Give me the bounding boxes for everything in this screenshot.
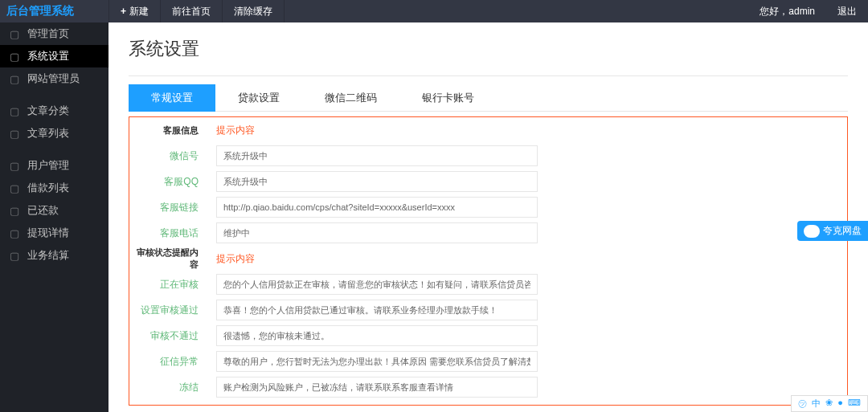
kefu-fields-input-0[interactable]: [216, 145, 538, 166]
sidebar-item-5[interactable]: ▢用户管理: [0, 154, 108, 177]
sidebar-item-label: 借款列表: [27, 181, 69, 195]
app-logo[interactable]: 后台管理系统: [0, 4, 108, 18]
sidebar-item-0[interactable]: ▢管理首页: [0, 22, 108, 45]
clear-cache-button[interactable]: 清除缓存: [223, 0, 285, 22]
tab-1[interactable]: 贷款设置: [215, 84, 302, 112]
divider: [129, 75, 848, 76]
field-label: 审核不通过: [129, 329, 210, 343]
plus-icon: +: [121, 6, 126, 17]
sidebar-item-4[interactable]: ▢文章列表: [0, 122, 108, 145]
field-label: 征信异常: [129, 355, 210, 369]
sidebar-item-7[interactable]: ▢已还款: [0, 199, 108, 222]
top-actions: +新建 前往首页 清除缓存: [108, 0, 285, 22]
ime-item[interactable]: ㋡: [798, 398, 807, 410]
field-label: 客服链接: [129, 201, 210, 214]
sidebar-item-label: 管理首页: [27, 27, 69, 41]
sidebar-item-8[interactable]: ▢提现详情: [0, 222, 108, 244]
audit-fields-input-2[interactable]: [216, 325, 538, 346]
logout-button[interactable]: 退出: [826, 0, 868, 22]
audit-fields-input-3[interactable]: [216, 351, 538, 372]
field-label: 冻结: [129, 381, 210, 394]
field-label: 客服电话: [129, 226, 210, 240]
home-icon: ▢: [8, 27, 21, 40]
list-icon: ▢: [8, 104, 21, 117]
sidebar-item-label: 用户管理: [27, 158, 69, 173]
field-label: 微信号: [129, 149, 210, 163]
sidebar-item-label: 系统设置: [27, 49, 69, 63]
user-icon: ▢: [8, 72, 21, 85]
cloud-icon: [804, 225, 820, 238]
kefu-fields-input-3[interactable]: [216, 222, 538, 243]
tab-3[interactable]: 银行卡账号: [399, 84, 497, 112]
sidebar-item-label: 网站管理员: [27, 71, 80, 86]
audit-fields-input-1[interactable]: [216, 300, 538, 320]
ime-item[interactable]: 中: [812, 398, 821, 410]
sidebar-item-3[interactable]: ▢文章分类: [0, 100, 108, 122]
sidebar-item-9[interactable]: ▢业务结算: [0, 244, 108, 267]
top-right: 您好，admin 退出: [748, 0, 868, 22]
field-label: 设置审核通过: [129, 304, 210, 317]
sidebar-item-label: 文章分类: [27, 104, 69, 118]
tab-0[interactable]: 常规设置: [129, 84, 215, 112]
user-greeting[interactable]: 您好，admin: [748, 0, 826, 22]
section-hint: 提示内容: [210, 252, 255, 266]
field-label: 正在审核: [129, 278, 210, 292]
sidebar-item-6[interactable]: ▢借款列表: [0, 177, 108, 199]
ime-item[interactable]: ❀: [825, 398, 833, 410]
quark-drive-badge[interactable]: 夸克网盘: [797, 221, 868, 241]
sidebar-item-label: 业务结算: [27, 248, 69, 263]
main-panel: 系统设置 常规设置贷款设置微信二维码银行卡账号 客服信息 提示内容 微信号客服Q…: [108, 22, 868, 412]
audit-fields-input-4[interactable]: [216, 377, 538, 398]
doc-icon: ▢: [8, 127, 21, 140]
detail-icon: ▢: [8, 226, 21, 239]
page-title: 系统设置: [129, 37, 848, 61]
check-icon: ▢: [8, 204, 21, 217]
goto-home-button[interactable]: 前往首页: [161, 0, 223, 22]
sidebar-item-1[interactable]: ▢系统设置: [0, 45, 108, 67]
settle-icon: ▢: [8, 249, 21, 262]
section-header-audit: 审核状态提醒内容: [129, 247, 210, 271]
kefu-fields-input-2[interactable]: [216, 197, 538, 218]
money-icon: ▢: [8, 182, 21, 194]
sidebar-item-label: 提现详情: [27, 226, 69, 240]
new-button[interactable]: +新建: [108, 0, 161, 22]
audit-fields-input-0[interactable]: [216, 274, 538, 295]
kefu-fields-input-1[interactable]: [216, 171, 538, 192]
topbar: 后台管理系统 +新建 前往首页 清除缓存 您好，admin 退出: [0, 0, 868, 22]
ime-bar[interactable]: ㋡中❀●⌨: [791, 395, 868, 412]
sidebar: ▢管理首页▢系统设置▢网站管理员▢文章分类▢文章列表▢用户管理▢借款列表▢已还款…: [0, 22, 108, 412]
section-header-kefu: 客服信息: [129, 124, 210, 137]
field-label: 客服QQ: [129, 175, 210, 189]
gear-icon: ▢: [8, 50, 21, 63]
sidebar-item-2[interactable]: ▢网站管理员: [0, 67, 108, 90]
users-icon: ▢: [8, 159, 21, 172]
ime-item[interactable]: ●: [837, 398, 843, 410]
section-hint: 提示内容: [210, 124, 255, 137]
tabs: 常规设置贷款设置微信二维码银行卡账号: [129, 84, 848, 112]
ime-item[interactable]: ⌨: [848, 398, 861, 410]
sidebar-item-label: 文章列表: [27, 126, 69, 141]
form-area: 客服信息 提示内容 微信号客服QQ客服链接客服电话 审核状态提醒内容 提示内容 …: [129, 116, 848, 406]
sidebar-item-label: 已还款: [27, 203, 59, 218]
tab-2[interactable]: 微信二维码: [302, 84, 399, 112]
